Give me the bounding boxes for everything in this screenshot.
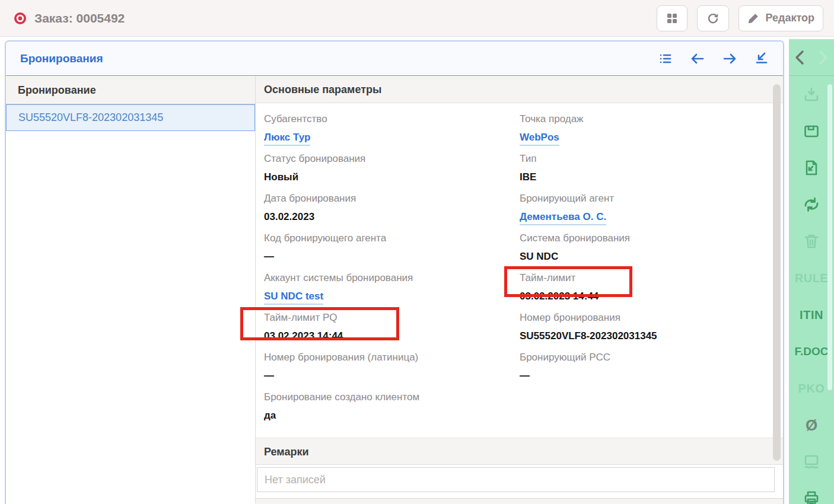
field-subagency: Субагентство Люкс Тур bbox=[264, 111, 520, 151]
field-booking-pcc: Бронирующий PCC — bbox=[520, 350, 783, 390]
field-label: Код бронирующего агента bbox=[264, 231, 520, 246]
field-booking-agent: Бронирующий агент Дементьева О. С. bbox=[520, 191, 783, 231]
field-label: Точка продаж bbox=[520, 111, 783, 127]
field-system-account: Аккаунт системы бронирования SU NDC test bbox=[264, 270, 520, 310]
void-button[interactable]: Ø bbox=[789, 407, 834, 444]
booking-list-item-selected[interactable]: SU55520VLF8-202302031345 bbox=[6, 104, 255, 131]
order-title: Заказ: 0005492 bbox=[13, 11, 125, 25]
field-booking-number: Номер бронирования SU55520VLF8-202302031… bbox=[520, 310, 783, 350]
refresh-icon bbox=[706, 11, 720, 25]
field-label: Номер бронирования bbox=[520, 310, 783, 326]
arrow-right-icon bbox=[722, 52, 737, 66]
editor-button-label: Редактор bbox=[765, 12, 814, 24]
field-agent-code: Код бронирующего агента — bbox=[264, 231, 520, 270]
fdoc-label: F.DOC bbox=[795, 345, 829, 358]
list-icon bbox=[658, 52, 673, 66]
field-status: Статус бронирования Новый bbox=[264, 151, 520, 191]
field-value: — bbox=[264, 369, 520, 383]
booking-agent-link[interactable]: Дементьева О. С. bbox=[520, 210, 606, 225]
field-value: — bbox=[520, 369, 783, 383]
grid-icon bbox=[666, 12, 679, 25]
field-booking-system: Система бронирования SU NDC bbox=[520, 231, 783, 270]
prev-button[interactable] bbox=[690, 52, 705, 66]
field-pos: Точка продаж WebPos bbox=[520, 111, 783, 151]
arrow-left-icon bbox=[690, 52, 705, 66]
file-export-icon bbox=[803, 159, 820, 177]
main-params-header: Основные параметры bbox=[256, 76, 783, 103]
main-params-section: Основные параметры Субагентство Люкс Тур… bbox=[256, 76, 783, 503]
field-label: Тайм-лимит PQ bbox=[264, 310, 520, 326]
download-icon bbox=[803, 85, 820, 103]
next-section-bar bbox=[256, 498, 783, 504]
params-fields: Субагентство Люкс Тур Точка продаж WebPo… bbox=[256, 103, 783, 429]
panel-scrollbar[interactable] bbox=[773, 84, 781, 461]
field-label: Субагентство bbox=[264, 111, 520, 127]
field-type: Тип IBE bbox=[520, 151, 783, 191]
sidebar-scrollbar[interactable] bbox=[827, 84, 832, 390]
field-value: 03.02.2023 14:44 bbox=[264, 329, 520, 343]
field-label: Номер бронирования (латиница) bbox=[264, 350, 520, 365]
editor-button[interactable]: Редактор bbox=[738, 5, 823, 31]
pos-link[interactable]: WebPos bbox=[520, 130, 559, 146]
field-booking-number-latin: Номер бронирования (латиница) — bbox=[264, 350, 520, 390]
remarks-empty-box[interactable]: Нет записей bbox=[257, 467, 775, 492]
chevron-left-icon bbox=[794, 50, 806, 65]
trash-icon bbox=[803, 232, 820, 250]
system-account-link[interactable]: SU NDC test bbox=[264, 289, 323, 305]
field-value: — bbox=[264, 250, 520, 264]
nav-back-button[interactable] bbox=[793, 50, 806, 65]
chevron-right-icon bbox=[817, 50, 829, 65]
null-sign-label: Ø bbox=[806, 416, 817, 435]
field-value: да bbox=[264, 409, 520, 423]
printer-icon bbox=[803, 490, 820, 504]
field-label: Бронирующий PCC bbox=[520, 350, 783, 365]
bookings-panel-header: Бронирования bbox=[6, 42, 783, 76]
save-icon bbox=[803, 122, 820, 140]
collapse-button[interactable] bbox=[755, 52, 769, 66]
remarks-header: Ремарки bbox=[256, 438, 783, 465]
field-booking-date: Дата бронирования 03.02.2023 bbox=[264, 191, 520, 231]
print-button[interactable] bbox=[789, 480, 834, 504]
bookings-list: Бронирование SU55520VLF8-202302031345 bbox=[6, 76, 256, 503]
field-label: Аккаунт системы бронирования bbox=[264, 270, 520, 286]
field-label: Бронирование создано клиентом bbox=[264, 390, 520, 405]
pencil-icon bbox=[747, 12, 759, 24]
panel-title: Бронирования bbox=[20, 52, 103, 65]
field-label: Тайм-лимит bbox=[520, 270, 783, 286]
sync-icon bbox=[802, 196, 821, 213]
rule-label: RULE bbox=[795, 272, 828, 285]
page-title: Заказ: 0005492 bbox=[34, 11, 125, 25]
field-label: Дата бронирования bbox=[264, 191, 520, 206]
refresh-button[interactable] bbox=[697, 5, 729, 31]
nav-forward-button[interactable] bbox=[817, 50, 830, 65]
arrow-down-left-icon bbox=[755, 52, 769, 66]
field-label: Тип bbox=[520, 151, 783, 167]
field-value: SU NDC bbox=[520, 250, 783, 264]
field-label: Статус бронирования bbox=[264, 151, 520, 167]
pko-label: PKO bbox=[798, 382, 825, 395]
field-label: Бронирующий агент bbox=[520, 191, 783, 206]
actions-sidebar: RULE ITIN F.DOC PKO Ø bbox=[789, 39, 834, 504]
field-time-limit-pq: Тайм-лимит PQ 03.02.2023 14:44 bbox=[264, 310, 520, 350]
field-time-limit: Тайм-лимит 03.02.2023 14:44 bbox=[520, 270, 783, 310]
top-bar: Заказ: 0005492 Редактор bbox=[0, 0, 834, 37]
field-label: Система бронирования bbox=[520, 231, 783, 246]
layout-grid-button[interactable] bbox=[657, 5, 687, 31]
sidebar-nav bbox=[789, 39, 834, 76]
field-value: 03.02.2023 14:44 bbox=[520, 289, 783, 304]
field-value: Новый bbox=[264, 170, 520, 184]
bookings-list-header: Бронирование bbox=[6, 76, 255, 104]
field-value: 03.02.2023 bbox=[264, 210, 520, 224]
field-value: SU55520VLF8-202302031345 bbox=[520, 329, 783, 343]
field-value: IBE bbox=[520, 170, 783, 184]
next-button[interactable] bbox=[722, 52, 737, 66]
itin-label: ITIN bbox=[800, 308, 823, 322]
documents-button[interactable] bbox=[789, 444, 834, 480]
subagency-link[interactable]: Люкс Тур bbox=[264, 130, 310, 146]
order-eye-icon bbox=[13, 11, 27, 25]
field-created-by-client: Бронирование создано клиентом да bbox=[264, 390, 520, 429]
list-view-button[interactable] bbox=[658, 52, 673, 66]
bookings-panel: Бронирования bbox=[5, 40, 784, 504]
documents-icon bbox=[803, 453, 820, 471]
